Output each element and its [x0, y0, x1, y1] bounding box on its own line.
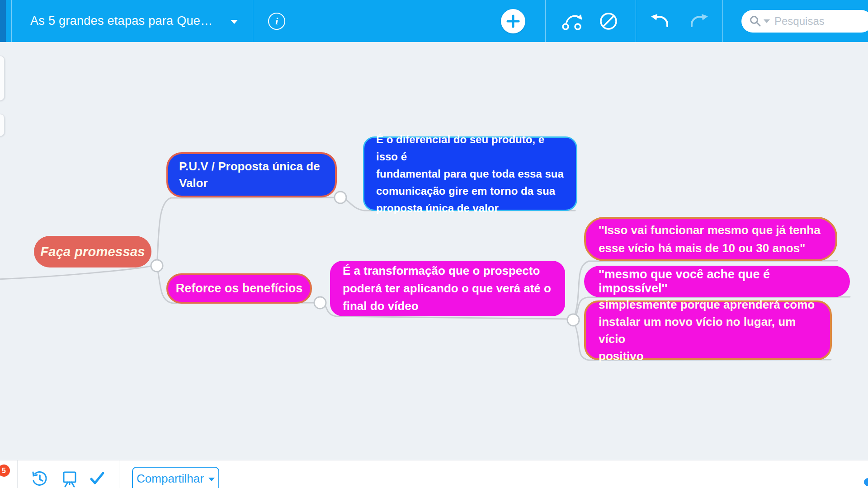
- chevron-down-icon: [231, 20, 238, 24]
- collapse-handle-note[interactable]: [567, 314, 579, 326]
- search-icon: [750, 15, 761, 27]
- search-box[interactable]: [741, 10, 868, 33]
- share-caret-icon: [208, 478, 215, 481]
- presentation-button[interactable]: [61, 470, 79, 488]
- node-puv[interactable]: P.U.V / Proposta única de Valor: [166, 152, 337, 197]
- node-faca-promessas[interactable]: Faça promessas: [34, 236, 151, 267]
- bottom-toolbar: 5 Compartilhar: [0, 460, 868, 488]
- node-label: ''mesmo que você ache que é impossível'': [599, 267, 835, 296]
- history-clock-icon: [33, 472, 46, 485]
- node-label: Faça promessas: [40, 244, 145, 259]
- connection-icon: [563, 14, 582, 29]
- undo-button[interactable]: [650, 12, 672, 31]
- node-label: simplesmente porque aprenderá como insta…: [599, 296, 817, 365]
- node-label: P.U.V / Proposta única de Valor: [179, 158, 320, 192]
- node-reforce-beneficios[interactable]: Reforce os benefícios: [166, 273, 312, 304]
- share-label: Compartilhar: [137, 472, 204, 486]
- redo-button[interactable]: [687, 12, 709, 31]
- node-label: Reforce os benefícios: [176, 282, 303, 296]
- undo-icon: [651, 14, 667, 26]
- history-button[interactable]: [31, 470, 48, 488]
- collapse-handle-faca[interactable]: [151, 260, 163, 272]
- top-toolbar: As 5 grandes etapas para Que… i: [0, 0, 868, 42]
- search-input[interactable]: [774, 15, 851, 28]
- sidebar-edge: [0, 0, 6, 42]
- add-connection-button[interactable]: [561, 12, 586, 31]
- node-label: É a transformação que o prospecto poderá…: [343, 262, 551, 315]
- check-icon: [91, 473, 103, 483]
- info-icon: i: [275, 15, 278, 27]
- node-benefit-1[interactable]: ''Isso vai funcionar mesmo que já tenha …: [584, 217, 837, 261]
- node-label: ''Isso vai funcionar mesmo que já tenha …: [599, 221, 821, 257]
- mindmeister-app: Faça promessas P.U.V / Proposta única de…: [0, 0, 868, 488]
- info-button[interactable]: i: [268, 13, 285, 30]
- redo-icon: [692, 14, 708, 26]
- notification-badge: 5: [0, 465, 10, 477]
- node-label: É o diferencial do seu produto, e isso é…: [376, 131, 564, 217]
- node-benefit-3[interactable]: simplesmente porque aprenderá como insta…: [584, 300, 832, 360]
- node-benefit-2[interactable]: ''mesmo que você ache que é impossível'': [584, 266, 850, 297]
- plus-icon: [506, 14, 520, 28]
- tasks-button[interactable]: [89, 470, 106, 487]
- collapse-handle-reforce[interactable]: [314, 297, 326, 309]
- add-node-button[interactable]: [501, 9, 525, 33]
- map-title-dropdown[interactable]: As 5 grandes etapas para Que…: [30, 0, 212, 42]
- node-puv-note[interactable]: É o diferencial do seu produto, e isso é…: [363, 136, 577, 211]
- search-caret-icon[interactable]: [764, 19, 770, 23]
- share-button[interactable]: Compartilhar: [132, 467, 219, 488]
- collapse-handle-puv[interactable]: [335, 192, 346, 203]
- block-button[interactable]: [599, 11, 618, 31]
- node-reforce-note[interactable]: É a transformação que o prospecto poderá…: [330, 261, 565, 316]
- help-button-fragment[interactable]: [864, 478, 868, 486]
- block-icon: [601, 14, 616, 29]
- edge-root-faca: [0, 266, 151, 279]
- presentation-icon: [64, 472, 75, 487]
- edge-faca-puv: [157, 197, 335, 266]
